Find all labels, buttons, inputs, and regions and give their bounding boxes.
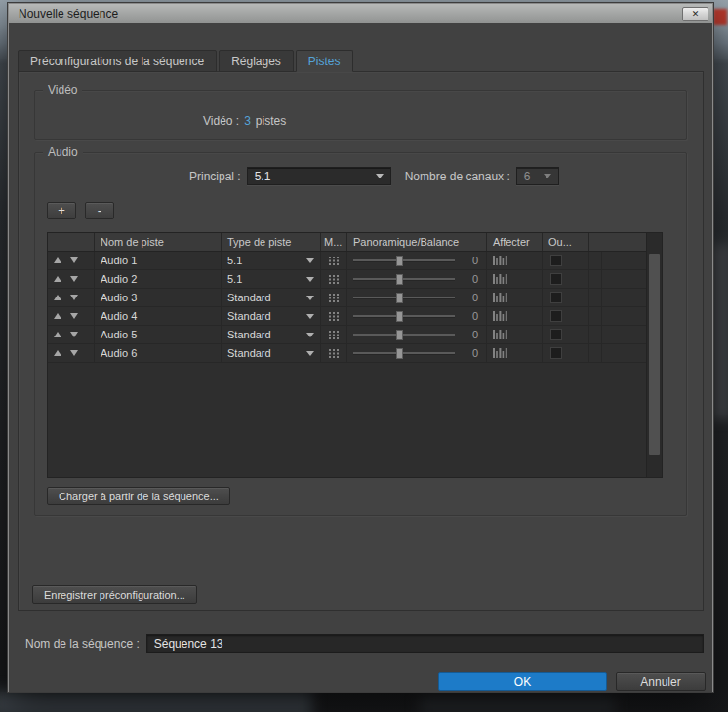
move-up-icon[interactable] [54,276,61,282]
track-type-value: Standard [227,310,271,322]
pan-slider-track [353,259,455,262]
track-type-dropdown[interactable]: Standard [222,344,321,362]
mute-cell[interactable] [321,307,347,325]
open-checkbox[interactable] [550,292,562,303]
pan-slider-track [353,352,455,355]
move-down-icon[interactable] [70,313,78,319]
background-blur-blob [420,696,615,712]
column-header-type: Type de piste [222,233,321,251]
move-down-icon[interactable] [70,295,78,300]
move-up-icon[interactable] [54,313,61,319]
pan-slider-thumb[interactable] [396,348,403,359]
open-cell [543,252,589,269]
open-checkbox[interactable] [550,329,562,340]
move-up-icon[interactable] [54,295,61,300]
move-cell [48,289,95,306]
row-spacer [589,270,602,288]
track-name[interactable]: Audio 2 [95,270,222,288]
save-preset-button[interactable]: Enregistrer préconfiguration... [32,585,197,604]
chevron-down-icon [306,314,314,319]
pan-slider[interactable] [353,273,455,286]
background-red-element [713,9,727,25]
table-scrollbar[interactable] [646,233,662,477]
move-down-icon[interactable] [70,257,78,263]
move-down-icon[interactable] [70,276,78,282]
column-header-mute: M... [321,233,347,251]
move-up-icon[interactable] [54,350,61,356]
track-type-dropdown[interactable]: 5.1 [222,252,321,269]
assign-cell[interactable] [487,307,543,325]
open-cell [543,326,589,343]
column-header-name: Nom de piste [95,233,222,251]
track-name[interactable]: Audio 4 [95,307,222,325]
move-cell [48,344,95,362]
track-name[interactable]: Audio 5 [95,326,222,343]
pan-slider-thumb[interactable] [396,274,403,285]
background-blur-blob [712,244,728,419]
pan-slider[interactable] [353,255,455,267]
track-name[interactable]: Audio 3 [95,289,222,306]
track-name[interactable]: Audio 1 [95,252,222,269]
scrollbar-thumb[interactable] [649,254,660,455]
assign-cell[interactable] [487,289,543,306]
open-checkbox[interactable] [550,310,562,322]
assign-cell[interactable] [487,270,543,288]
remove-track-button[interactable]: - [85,202,114,219]
pan-slider[interactable] [353,310,455,323]
open-checkbox[interactable] [550,347,562,359]
open-cell [543,270,589,288]
open-checkbox[interactable] [550,255,562,266]
move-up-icon[interactable] [54,332,61,337]
move-cell [48,252,95,269]
video-tracks-count[interactable]: 3 [244,114,251,128]
track-type-dropdown[interactable]: 5.1 [222,270,321,288]
principal-value: 5.1 [255,170,368,183]
load-from-sequence-button[interactable]: Charger à partir de la séquence... [47,487,230,505]
track-table-header: Nom de pisteType de pisteM...Panoramique… [48,233,646,252]
track-name[interactable]: Audio 6 [95,344,222,362]
channel-grid-icon [329,331,340,339]
mute-cell[interactable] [321,252,347,269]
pan-slider-thumb[interactable] [396,293,403,303]
assign-cell[interactable] [487,252,543,269]
cancel-button[interactable]: Annuler [616,672,706,691]
pan-cell: 0 [347,289,487,306]
chevron-down-icon [306,277,314,282]
tab-preconfigurations[interactable]: Préconfigurations de la séquence [18,50,217,72]
sequence-name-row: Nom de la séquence : [25,634,704,653]
pan-slider-thumb[interactable] [396,256,403,266]
add-track-button[interactable]: + [47,202,76,219]
channel-grid-icon [329,257,340,265]
ok-button[interactable]: OK [438,672,607,691]
pan-slider[interactable] [353,329,455,341]
row-spacer [589,289,602,306]
mute-cell[interactable] [321,326,347,343]
channel-grid-icon [329,275,340,284]
assign-cell[interactable] [487,326,543,343]
pan-value: 0 [463,329,478,340]
pan-slider[interactable] [353,347,455,360]
close-icon[interactable]: ✕ [682,7,708,21]
column-header-assign: Affecter [487,233,543,251]
track-type-dropdown[interactable]: Standard [222,326,321,343]
tab-reglages[interactable]: Réglages [219,50,294,72]
move-down-icon[interactable] [70,350,78,356]
mute-cell[interactable] [321,344,347,362]
tab-pistes[interactable]: Pistes [296,50,353,72]
sequence-name-input[interactable] [146,634,704,653]
row-spacer [589,326,602,343]
pan-slider[interactable] [353,292,455,304]
pan-slider-thumb[interactable] [396,330,403,340]
track-type-dropdown[interactable]: Standard [222,289,321,306]
table-row: Audio 2 5.1 0 [48,270,646,289]
mute-cell[interactable] [321,289,347,306]
move-down-icon[interactable] [70,332,78,337]
principal-dropdown[interactable]: 5.1 [247,167,391,185]
move-up-icon[interactable] [54,257,61,263]
pan-slider-thumb[interactable] [396,311,403,322]
chevron-down-icon [306,258,314,263]
mute-cell[interactable] [321,270,347,288]
open-checkbox[interactable] [550,273,562,285]
track-type-dropdown[interactable]: Standard [222,307,321,325]
assign-cell[interactable] [487,344,543,362]
